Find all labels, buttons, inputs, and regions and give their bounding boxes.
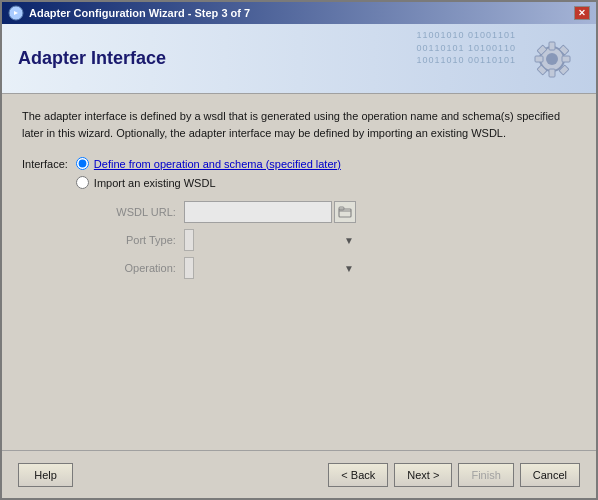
interface-label: Interface: xyxy=(22,158,68,170)
radio-options: Define from operation and schema (specif… xyxy=(76,157,356,279)
fields-section: WSDL URL: xyxy=(96,201,356,279)
radio-row-2[interactable]: Import an existing WSDL xyxy=(76,176,356,189)
header-banner: Adapter Interface 11001010 01001101 0011… xyxy=(2,24,596,94)
window-title: Adapter Configuration Wizard - Step 3 of… xyxy=(29,7,250,19)
operation-row: Operation: ▼ xyxy=(96,257,356,279)
cancel-button[interactable]: Cancel xyxy=(520,463,580,487)
description-text: The adapter interface is defined by a ws… xyxy=(22,108,576,141)
title-bar: Adapter Configuration Wizard - Step 3 of… xyxy=(2,2,596,24)
port-type-select[interactable] xyxy=(184,229,194,251)
close-button[interactable]: ✕ xyxy=(574,6,590,20)
finish-button[interactable]: Finish xyxy=(458,463,513,487)
operation-select-wrapper: ▼ xyxy=(184,257,356,279)
svg-rect-4 xyxy=(549,69,555,77)
back-button[interactable]: < Back xyxy=(328,463,388,487)
wsdl-url-row: WSDL URL: xyxy=(96,201,356,223)
radio-import-label[interactable]: Import an existing WSDL xyxy=(94,177,216,189)
decorative-binary: 11001010 01001101 00110101 10100110 1001… xyxy=(416,29,516,67)
wsdl-url-input-wrapper xyxy=(184,201,356,223)
page-title: Adapter Interface xyxy=(18,48,166,69)
next-button[interactable]: Next > xyxy=(394,463,452,487)
title-bar-left: Adapter Configuration Wizard - Step 3 of… xyxy=(8,5,250,21)
operation-select[interactable] xyxy=(184,257,194,279)
content-area: The adapter interface is defined by a ws… xyxy=(2,94,596,450)
radio-import[interactable] xyxy=(76,176,89,189)
svg-rect-5 xyxy=(535,56,543,62)
port-type-label: Port Type: xyxy=(96,234,176,246)
wsdl-url-label: WSDL URL: xyxy=(96,206,176,218)
wsdl-url-input[interactable] xyxy=(184,201,332,223)
footer-right: < Back Next > Finish Cancel xyxy=(328,463,580,487)
footer: Help < Back Next > Finish Cancel xyxy=(2,450,596,498)
browse-icon xyxy=(338,205,352,219)
radio-define-label[interactable]: Define from operation and schema (specif… xyxy=(94,158,341,170)
operation-arrow-icon: ▼ xyxy=(344,263,354,274)
port-type-select-wrapper: ▼ xyxy=(184,229,356,251)
gear-icon xyxy=(525,32,580,87)
help-button[interactable]: Help xyxy=(18,463,73,487)
svg-rect-3 xyxy=(549,42,555,50)
port-type-arrow-icon: ▼ xyxy=(344,235,354,246)
svg-point-2 xyxy=(546,53,558,65)
svg-rect-6 xyxy=(562,56,570,62)
footer-left: Help xyxy=(18,463,328,487)
interface-row: Interface: Define from operation and sch… xyxy=(22,157,576,279)
wizard-icon xyxy=(8,5,24,21)
port-type-row: Port Type: ▼ xyxy=(96,229,356,251)
browse-button[interactable] xyxy=(334,201,356,223)
radio-define[interactable] xyxy=(76,157,89,170)
wizard-window: Adapter Configuration Wizard - Step 3 of… xyxy=(0,0,598,500)
operation-label: Operation: xyxy=(96,262,176,274)
radio-row-1[interactable]: Define from operation and schema (specif… xyxy=(76,157,356,170)
